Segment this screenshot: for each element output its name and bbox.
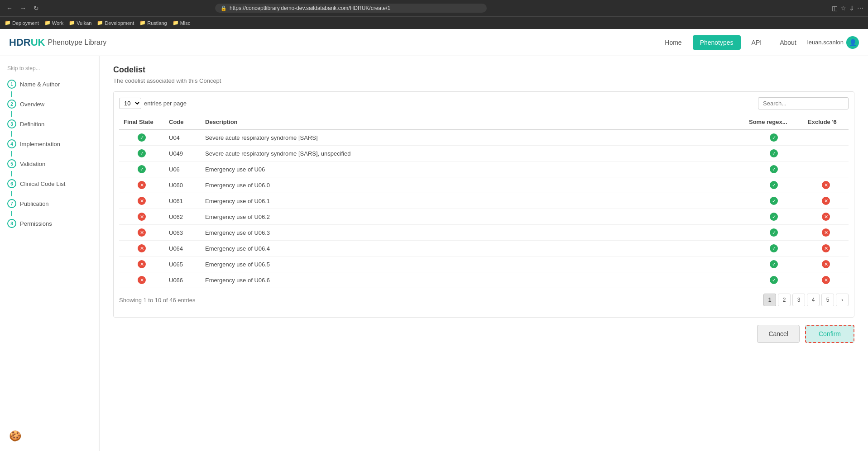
- entries-wrapper: 10 25 50 entries per page: [119, 98, 187, 109]
- back-button[interactable]: ←: [5, 4, 14, 13]
- step-item-3[interactable]: 3 Definition: [7, 117, 91, 131]
- exclude-icon: ✕: [822, 260, 830, 268]
- page-btn-1[interactable]: 1: [763, 294, 776, 306]
- regex-icon: ✓: [770, 149, 778, 157]
- codelist-table: Final State Code Description Some regex.…: [119, 115, 849, 288]
- cell-code: U065: [164, 256, 201, 272]
- page-btn-2[interactable]: 2: [778, 294, 791, 306]
- cell-some-regex: ✓: [744, 161, 803, 177]
- table-row: ✕U062Emergency use of U06.2✓✕: [119, 209, 849, 225]
- bookmark-work[interactable]: 📁 Work: [44, 20, 63, 26]
- cell-final-state: ✕: [119, 177, 164, 193]
- page-btn-next[interactable]: ›: [836, 294, 849, 306]
- table-row: ✕U065Emergency use of U06.5✓✕: [119, 256, 849, 272]
- step-list: 1 Name & Author 2 Overview 3 Definition …: [7, 77, 91, 231]
- regex-icon: ✓: [770, 276, 778, 284]
- final-state-icon: ✕: [138, 228, 146, 237]
- cell-description: Emergency use of U06.1: [201, 193, 744, 209]
- cell-code: U063: [164, 225, 201, 241]
- step-circle-3: 3: [7, 119, 16, 128]
- folder-icon: 📁: [97, 20, 103, 26]
- nav-home[interactable]: Home: [657, 35, 689, 50]
- star-icon[interactable]: ☆: [840, 5, 846, 12]
- top-nav: HDR UK Phenotype Library Home Phenotypes…: [0, 29, 868, 56]
- final-state-icon: ✓: [138, 149, 146, 157]
- step-label-6: Clinical Code List: [20, 180, 65, 187]
- nav-api[interactable]: API: [744, 35, 769, 50]
- step-item-7[interactable]: 7 Publication: [7, 196, 91, 211]
- secure-icon: 🔒: [221, 5, 227, 11]
- step-label-7: Publication: [20, 200, 49, 207]
- download-icon[interactable]: ⇓: [849, 5, 854, 12]
- step-line-7: [11, 211, 12, 216]
- cancel-button[interactable]: Cancel: [757, 325, 800, 343]
- folder-icon: 📁: [139, 20, 146, 26]
- final-state-icon: ✓: [138, 165, 146, 173]
- final-state-icon: ✓: [138, 133, 146, 142]
- cell-final-state: ✕: [119, 272, 164, 288]
- bookmark-misc[interactable]: 📁 Misc: [173, 20, 191, 26]
- menu-icon[interactable]: ⋯: [857, 5, 863, 12]
- step-item-8[interactable]: 8 Permissions: [7, 216, 91, 231]
- nav-about[interactable]: About: [772, 35, 804, 50]
- logo-text: Phenotype Library: [48, 38, 106, 47]
- final-state-icon: ✕: [138, 260, 146, 268]
- step-label-5: Validation: [20, 161, 45, 167]
- final-state-icon: ✕: [138, 197, 146, 205]
- cell-exclude: ✕: [803, 272, 849, 288]
- cell-some-regex: ✓: [744, 146, 803, 161]
- step-label-8: Permissions: [20, 220, 52, 227]
- action-buttons: Cancel Confirm: [113, 318, 854, 352]
- cookie-icon[interactable]: 🍪: [9, 430, 21, 442]
- step-item-5[interactable]: 5 Validation: [7, 157, 91, 171]
- logo-uk: UK: [31, 37, 45, 48]
- cell-some-regex: ✓: [744, 225, 803, 241]
- step-circle-2: 2: [7, 100, 16, 109]
- folder-icon: 📁: [69, 20, 75, 26]
- main-content: Codelist The codelist associated with th…: [100, 56, 868, 451]
- extensions-icon[interactable]: ◫: [832, 5, 838, 12]
- page-btn-3[interactable]: 3: [792, 294, 805, 306]
- table-row: ✓U06Emergency use of U06✓: [119, 161, 849, 177]
- user-section[interactable]: ieuan.scanlon 👤: [807, 36, 859, 49]
- cell-exclude: [803, 129, 849, 146]
- table-header-row: Final State Code Description Some regex.…: [119, 115, 849, 129]
- cell-final-state: ✕: [119, 193, 164, 209]
- step-item-6[interactable]: 6 Clinical Code List: [7, 176, 91, 191]
- refresh-button[interactable]: ↻: [32, 4, 41, 13]
- col-header-description: Description: [201, 115, 744, 129]
- bookmark-vulkan[interactable]: 📁 Vulkan: [69, 20, 91, 26]
- search-input[interactable]: [758, 97, 849, 109]
- cell-final-state: ✕: [119, 256, 164, 272]
- folder-icon: 📁: [5, 20, 11, 26]
- step-item-1[interactable]: 1 Name & Author: [7, 77, 91, 91]
- entries-select[interactable]: 10 25 50: [119, 98, 141, 109]
- bookmarks-bar: 📁 Deployment 📁 Work 📁 Vulkan 📁 Developme…: [0, 16, 868, 29]
- step-item-4[interactable]: 4 Implementation: [7, 137, 91, 151]
- section-subtitle: The codelist associated with this Concep…: [113, 77, 854, 84]
- exclude-icon: ✕: [822, 244, 830, 252]
- cell-description: Severe acute respiratory syndrome [SARS]…: [201, 146, 744, 161]
- table-row: ✓U049Severe acute respiratory syndrome […: [119, 146, 849, 161]
- confirm-button[interactable]: Confirm: [805, 325, 854, 343]
- step-item-2[interactable]: 2 Overview: [7, 97, 91, 111]
- nav-phenotypes[interactable]: Phenotypes: [693, 35, 741, 50]
- forward-button[interactable]: →: [18, 4, 28, 13]
- bookmark-rustlang[interactable]: 📁 Rustlang: [139, 20, 167, 26]
- cell-final-state: ✕: [119, 241, 164, 256]
- cell-exclude: ✕: [803, 209, 849, 225]
- col-header-exclude: Exclude '6: [803, 115, 849, 129]
- logo: HDR UK Phenotype Library: [9, 37, 106, 48]
- bookmark-deployment[interactable]: 📁 Deployment: [5, 20, 39, 26]
- folder-icon: 📁: [173, 20, 179, 26]
- username-label: ieuan.scanlon: [807, 39, 844, 46]
- cell-final-state: ✓: [119, 129, 164, 146]
- page-btn-5[interactable]: 5: [821, 294, 834, 306]
- bookmark-development[interactable]: 📁 Development: [97, 20, 134, 26]
- user-avatar: 👤: [846, 36, 859, 49]
- codelist-container: 10 25 50 entries per page Final State Co…: [113, 91, 854, 318]
- table-row: ✓U04Severe acute respiratory syndrome [S…: [119, 129, 849, 146]
- showing-text: Showing 1 to 10 of 46 entries: [119, 297, 195, 304]
- address-bar[interactable]: 🔒 https://conceptlibrary.demo-dev.sailda…: [215, 4, 487, 13]
- page-btn-4[interactable]: 4: [807, 294, 820, 306]
